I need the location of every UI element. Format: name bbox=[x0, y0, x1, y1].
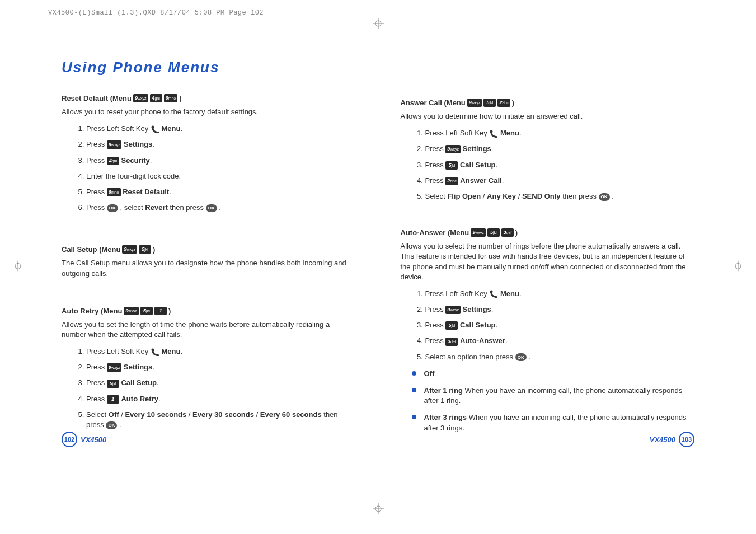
heading-text: ) bbox=[168, 307, 171, 315]
left-soft-key-icon bbox=[489, 290, 498, 298]
step: Press 3def Auto-Answer. bbox=[425, 336, 695, 346]
key-1-icon: 1 bbox=[107, 395, 119, 404]
heading-text: ) bbox=[153, 245, 155, 254]
step: Press Left Soft Key Menu. bbox=[425, 128, 695, 138]
step: Press 6mno Reset Default. bbox=[86, 187, 356, 197]
footer-right: VX4500 103 bbox=[650, 432, 694, 447]
page-spread: VX4500-(E)Small (1.3).QXD 8/17/04 5:08 P… bbox=[0, 0, 756, 534]
left-soft-key-icon bbox=[151, 125, 159, 133]
section-desc: Allows you to reset your phone to the fa… bbox=[62, 107, 356, 117]
step: Press 9wxyz Settings. bbox=[86, 139, 356, 149]
step: Press 2abc Answer Call. bbox=[425, 176, 695, 186]
steps-list: Press Left Soft Key Menu. Press 9wxyz Se… bbox=[62, 124, 356, 213]
svg-point-13 bbox=[151, 348, 154, 351]
step: Select Off / Every 10 seconds / Every 30… bbox=[86, 410, 356, 430]
ok-key-icon: OK bbox=[515, 353, 527, 361]
section-heading-answer-call: Answer Call (Menu 9wxyz 5jkl 2abc ) bbox=[401, 99, 695, 107]
step: Press 5jkl Call Setup. bbox=[86, 378, 356, 388]
key-9-icon: 9wxyz bbox=[467, 99, 482, 107]
svg-point-15 bbox=[490, 291, 493, 293]
section-heading-reset-default: Reset Default (Menu 9wxyz 4ghi 6mno ) bbox=[62, 94, 356, 102]
key-5-icon: 5jkl bbox=[107, 380, 119, 388]
key-5-icon: 5jkl bbox=[445, 321, 458, 330]
key-2-icon: 2abc bbox=[445, 177, 458, 185]
key-6-icon: 6mno bbox=[107, 188, 121, 196]
key-4-icon: 4ghi bbox=[150, 94, 162, 102]
key-3-icon: 3def bbox=[501, 228, 514, 237]
step: Press Left Soft Key Menu. bbox=[86, 346, 356, 357]
step: Press 9wxyz Settings. bbox=[86, 362, 356, 372]
step: Enter the four-digit lock code. bbox=[86, 171, 356, 181]
footer-left: 102 VX4500 bbox=[62, 432, 106, 447]
svg-point-14 bbox=[490, 130, 493, 133]
heading-text: Call Setup (Menu bbox=[62, 245, 120, 254]
bullet-item: After 3 rings When you have an incoming … bbox=[412, 413, 695, 433]
key-5-icon: 5jkl bbox=[445, 161, 458, 170]
bullet-item: After 1 ring When you have an incoming c… bbox=[412, 386, 695, 406]
section-desc: Allows you to select the number of rings… bbox=[401, 241, 695, 282]
key-9-icon: 9wxyz bbox=[133, 94, 148, 102]
key-1-icon: 1 bbox=[154, 307, 167, 315]
left-soft-key-icon bbox=[489, 130, 498, 138]
key-9-icon: 9wxyz bbox=[124, 307, 139, 315]
page-number: 103 bbox=[679, 432, 694, 447]
content-columns: Reset Default (Menu 9wxyz 4ghi 6mno ) Al… bbox=[62, 84, 694, 440]
key-4-icon: 4ghi bbox=[107, 157, 119, 165]
key-9-icon: 9wxyz bbox=[107, 140, 122, 149]
model-label: VX4500 bbox=[81, 435, 106, 444]
crop-mark-icon bbox=[373, 503, 384, 516]
step: Press 9wxyz Settings. bbox=[425, 305, 695, 315]
key-9-icon: 9wxyz bbox=[107, 363, 122, 372]
page-title: Using Phone Menus bbox=[62, 59, 219, 76]
ok-key-icon: OK bbox=[599, 193, 610, 201]
crop-mark-icon bbox=[732, 261, 744, 274]
key-9-icon: 9wxyz bbox=[445, 306, 461, 314]
section-desc: Allows you to set the length of time the… bbox=[62, 320, 356, 340]
svg-point-12 bbox=[151, 125, 154, 128]
step: Select an option then press OK . bbox=[425, 352, 695, 362]
key-6-icon: 6mno bbox=[164, 94, 178, 102]
step: Press 5jkl Call Setup. bbox=[425, 320, 695, 330]
heading-text: Auto-Answer (Menu bbox=[401, 228, 469, 237]
bullet-list: Off After 1 ring When you have an incomi… bbox=[401, 369, 695, 433]
step: Press 4ghi Security. bbox=[86, 156, 356, 166]
steps-list: Press Left Soft Key Menu. Press 9wxyz Se… bbox=[401, 128, 695, 202]
key-9-icon: 9wxyz bbox=[471, 228, 486, 237]
step: Press Left Soft Key Menu. bbox=[425, 289, 695, 299]
crop-mark-icon bbox=[12, 261, 24, 274]
ok-key-icon: OK bbox=[107, 204, 118, 212]
heading-text: Answer Call (Menu bbox=[401, 99, 466, 107]
key-9-icon: 9wxyz bbox=[122, 245, 137, 254]
heading-text: Reset Default (Menu bbox=[62, 94, 132, 102]
heading-text: Auto Retry (Menu bbox=[62, 307, 122, 315]
step: Press OK , select Revert then press OK . bbox=[86, 203, 356, 213]
step: Press Left Soft Key Menu. bbox=[86, 124, 356, 134]
crop-mark-icon bbox=[373, 18, 384, 31]
key-9-icon: 9wxyz bbox=[445, 145, 461, 153]
bullet-item: Off bbox=[412, 369, 695, 379]
step: Press 9wxyz Settings. bbox=[425, 144, 695, 154]
heading-text: ) bbox=[512, 99, 514, 107]
heading-text: ) bbox=[179, 94, 181, 102]
right-column: Answer Call (Menu 9wxyz 5jkl 2abc ) Allo… bbox=[401, 84, 695, 440]
key-2-icon: 2abc bbox=[497, 99, 510, 107]
ok-key-icon: OK bbox=[206, 204, 217, 212]
step: Select Flip Open / Any Key / SEND Only t… bbox=[425, 191, 695, 202]
step: Press 5jkl Call Setup. bbox=[425, 160, 695, 170]
left-soft-key-icon bbox=[151, 348, 159, 356]
section-heading-auto-retry: Auto Retry (Menu 9wxyz 5jkl 1 ) bbox=[62, 307, 356, 315]
key-5-icon: 5jkl bbox=[487, 228, 500, 237]
ok-key-icon: OK bbox=[106, 421, 117, 429]
key-3-icon: 3def bbox=[445, 338, 458, 346]
heading-text: ) bbox=[515, 228, 518, 237]
section-heading-call-setup: Call Setup (Menu 9wxyz 5jkl ) bbox=[62, 245, 356, 254]
left-column: Reset Default (Menu 9wxyz 4ghi 6mno ) Al… bbox=[62, 84, 356, 440]
key-5-icon: 5jkl bbox=[139, 245, 151, 254]
key-5-icon: 5jkl bbox=[140, 307, 153, 315]
section-desc: The Call Setup menu allows you to design… bbox=[62, 258, 356, 278]
page-number: 102 bbox=[62, 432, 77, 447]
steps-list: Press Left Soft Key Menu. Press 9wxyz Se… bbox=[401, 289, 695, 362]
step: Press 1 Auto Retry. bbox=[86, 394, 356, 404]
key-5-icon: 5jkl bbox=[483, 99, 496, 107]
steps-list: Press Left Soft Key Menu. Press 9wxyz Se… bbox=[62, 346, 356, 430]
